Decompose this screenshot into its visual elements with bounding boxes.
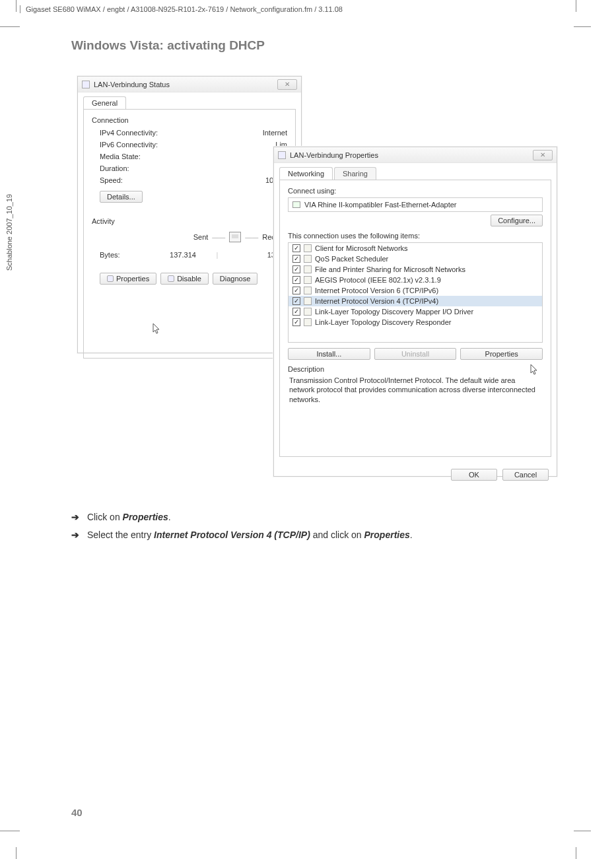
nic-icon: [292, 201, 300, 208]
tab-sharing[interactable]: Sharing: [334, 167, 376, 180]
props-titlebar: LAN-Verbindung Properties ✕: [274, 147, 557, 163]
shield-icon: [107, 275, 114, 282]
instr-text: .: [168, 512, 171, 522]
item-label: File and Printer Sharing for Microsoft N…: [315, 265, 465, 273]
checkbox-icon[interactable]: ✓: [292, 308, 300, 316]
item-label: Link-Layer Topology Discovery Mapper I/O…: [315, 308, 473, 316]
props-tabbar: Networking Sharing: [274, 163, 557, 180]
status-titlebar: LAN-Verbindung Status ✕: [78, 77, 301, 92]
crop-mark: [576, 0, 576, 12]
bytes-sent: 137.314: [155, 251, 211, 259]
shield-icon: [168, 275, 174, 282]
connection-label: Connection: [92, 116, 287, 124]
arrow-icon: ➔: [71, 530, 79, 540]
instr-text: and click on: [310, 530, 364, 540]
close-icon[interactable]: ✕: [533, 150, 553, 160]
items-label: This connection uses the following items…: [288, 232, 543, 240]
service-icon: [304, 255, 312, 263]
checkbox-icon[interactable]: ✓: [292, 265, 300, 273]
adapter-name: VIA Rhine II-kompatibler Fast-Ethernet-A…: [304, 201, 457, 209]
lan-properties-dialog: LAN-Verbindung Properties ✕ Networking S…: [273, 147, 557, 477]
list-item[interactable]: ✓AEGIS Protocol (IEEE 802.1x) v2.3.1.9: [289, 275, 542, 285]
list-item[interactable]: ✓QoS Packet Scheduler: [289, 254, 542, 264]
service-icon: [304, 265, 312, 273]
list-item-selected[interactable]: ✓Internet Protocol Version 4 (TCP/IPv4): [289, 296, 542, 306]
close-icon[interactable]: ✕: [277, 79, 297, 90]
network-activity-icon: [229, 232, 241, 242]
cursor-icon: [153, 323, 162, 335]
item-properties-button[interactable]: Properties: [460, 348, 543, 360]
instr-text: .: [410, 530, 413, 540]
cancel-button[interactable]: Cancel: [502, 469, 549, 481]
configure-button[interactable]: Configure...: [491, 215, 543, 226]
crop-mark: [0, 831, 20, 831]
connect-using-label: Connect using:: [288, 187, 543, 195]
client-icon: [304, 244, 312, 252]
tab-networking[interactable]: Networking: [279, 167, 333, 180]
crop-mark: [16, 847, 17, 859]
ipv4-label: IPv4 Connectivity:: [100, 129, 234, 137]
bytes-received: 131: [224, 251, 279, 259]
crop-mark: [574, 831, 591, 831]
checkbox-icon[interactable]: ✓: [292, 276, 300, 284]
disable-button[interactable]: Disable: [160, 273, 209, 285]
instr-bold: Properties: [123, 512, 168, 522]
activity-group: Activity Sent —— —— Rece Bytes: 137.314 …: [92, 217, 287, 285]
properties-button[interactable]: Properties: [100, 273, 156, 285]
list-item[interactable]: ✓Link-Layer Topology Discovery Responder: [289, 317, 542, 327]
ipv6-label: IPv6 Connectivity:: [100, 141, 234, 149]
side-template-text: Schablone 2007_10_19: [5, 194, 13, 271]
list-item[interactable]: ✓Link-Layer Topology Discovery Mapper I/…: [289, 306, 542, 317]
crop-mark: [16, 0, 17, 12]
protocol-icon: [304, 308, 312, 316]
item-label: AEGIS Protocol (IEEE 802.1x) v2.3.1.9: [315, 276, 441, 284]
item-label: Internet Protocol Version 6 (TCP/IPv6): [315, 287, 438, 294]
bytes-label: Bytes:: [100, 251, 155, 259]
description-group: Description Transmission Control Protoco…: [288, 365, 543, 411]
items-list[interactable]: ✓Client for Microsoft Networks ✓QoS Pack…: [288, 242, 543, 343]
checkbox-icon[interactable]: ✓: [292, 318, 300, 326]
install-button[interactable]: Install...: [288, 348, 370, 360]
protocol-icon: [304, 276, 312, 284]
protocol-icon: [304, 318, 312, 326]
protocol-icon: [304, 287, 312, 294]
adapter-field: VIA Rhine II-kompatibler Fast-Ethernet-A…: [288, 197, 543, 212]
crop-mark: [0, 26, 20, 27]
ipv4-value: Internet: [234, 129, 287, 137]
tab-general[interactable]: General: [83, 96, 126, 109]
item-label: Internet Protocol Version 4 (TCP/IPv4): [315, 297, 438, 305]
header-path-text: Gigaset SE680 WiMAX / engbt / A31008-N92…: [26, 5, 343, 13]
instr-text: Click on: [87, 512, 123, 522]
list-item[interactable]: ✓Client for Microsoft Networks: [289, 243, 542, 254]
header-path: Gigaset SE680 WiMAX / engbt / A31008-N92…: [20, 5, 343, 13]
instructions-block: ➔ Click on Properties. ➔ Select the entr…: [71, 508, 413, 543]
protocol-icon: [304, 297, 312, 305]
uninstall-button: Uninstall: [374, 348, 457, 360]
details-button[interactable]: Details...: [100, 191, 143, 203]
checkbox-icon[interactable]: ✓: [292, 287, 300, 294]
instruction-line: ➔ Click on Properties.: [71, 508, 413, 526]
lan-status-dialog: LAN-Verbindung Status ✕ General Connecti…: [77, 76, 302, 353]
instr-bold: Properties: [364, 530, 410, 540]
cursor-icon: [530, 364, 539, 376]
duration-label: Duration:: [100, 164, 234, 172]
window-icon: [82, 81, 90, 88]
sent-label: Sent: [193, 233, 209, 241]
connection-group: Connection IPv4 Connectivity:Internet IP…: [92, 116, 287, 203]
instruction-line: ➔ Select the entry Internet Protocol Ver…: [71, 526, 413, 544]
checkbox-icon[interactable]: ✓: [292, 255, 300, 263]
checkbox-icon[interactable]: ✓: [292, 297, 300, 305]
crop-mark: [576, 847, 576, 859]
arrow-icon: ➔: [71, 512, 79, 522]
list-item[interactable]: ✓Internet Protocol Version 6 (TCP/IPv6): [289, 285, 542, 296]
list-item[interactable]: ✓File and Printer Sharing for Microsoft …: [289, 264, 542, 275]
activity-label: Activity: [92, 217, 287, 225]
instr-bold: Internet Protocol Version 4 (TCP/IP): [154, 530, 310, 540]
props-title: LAN-Verbindung Properties: [290, 151, 378, 159]
ok-button[interactable]: OK: [451, 469, 497, 481]
checkbox-icon[interactable]: ✓: [292, 244, 300, 252]
diagnose-button[interactable]: Diagnose: [213, 273, 257, 285]
status-tabbar: General: [78, 92, 301, 109]
crop-mark: [574, 26, 591, 27]
media-label: Media State:: [100, 153, 234, 160]
